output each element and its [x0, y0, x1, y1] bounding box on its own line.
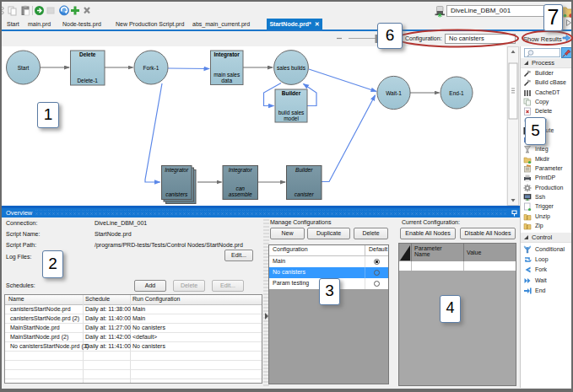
svg-text:main sales: main sales	[214, 72, 241, 78]
svg-text:assemble: assemble	[229, 191, 252, 197]
svg-text:Integrator: Integrator	[165, 167, 189, 174]
svg-text:can: can	[235, 185, 245, 191]
svg-text:Delete: Delete	[79, 51, 96, 57]
svg-text:Start: Start	[18, 65, 30, 71]
svg-text:Builder: Builder	[282, 90, 301, 96]
svg-text:Fork-1: Fork-1	[143, 65, 159, 71]
svg-text:canister: canister	[295, 191, 315, 197]
svg-text:canisters: canisters	[165, 191, 188, 197]
svg-text:model: model	[284, 115, 299, 121]
svg-text:sales builds: sales builds	[277, 65, 306, 71]
svg-text:Integrator: Integrator	[229, 167, 253, 174]
svg-text:Integrator: Integrator	[214, 51, 241, 58]
svg-text:Wait-1: Wait-1	[386, 90, 402, 96]
svg-text:Delete-1: Delete-1	[77, 78, 98, 83]
svg-text:Builder: Builder	[295, 167, 313, 173]
svg-text:build sales: build sales	[278, 110, 305, 115]
svg-text:data: data	[221, 78, 232, 83]
svg-text:End-1: End-1	[449, 90, 464, 96]
